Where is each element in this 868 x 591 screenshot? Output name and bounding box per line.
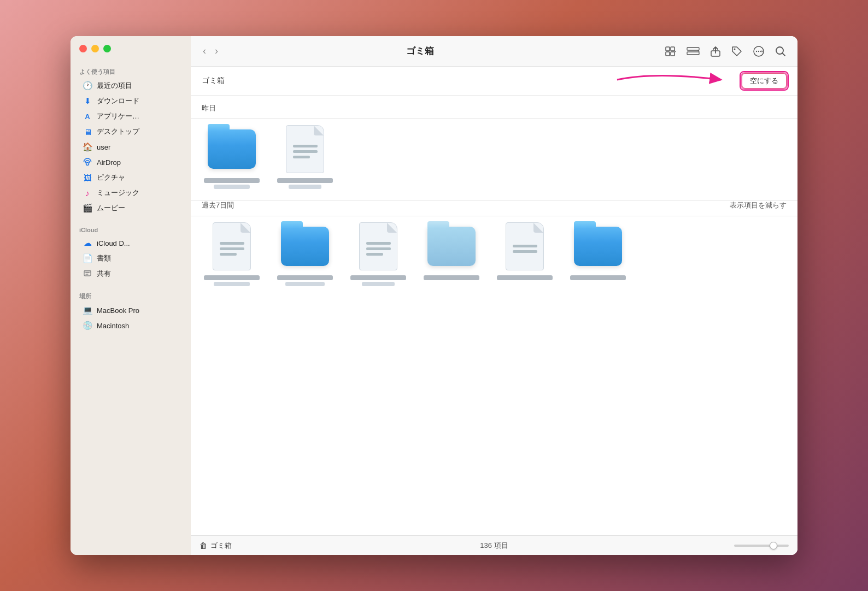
folder-icon <box>574 227 622 266</box>
file-icon-area <box>207 222 256 271</box>
zoom-slider[interactable] <box>734 545 789 547</box>
file-name-bar <box>277 275 333 280</box>
svg-point-12 <box>758 50 759 51</box>
share-button[interactable] <box>708 43 723 60</box>
sidebar-item-applications[interactable]: A アプリケー… <box>74 109 187 124</box>
file-item[interactable] <box>275 222 335 286</box>
svg-rect-7 <box>687 52 699 55</box>
movies-icon: 🎬 <box>83 203 92 213</box>
doc-line <box>366 247 391 250</box>
main-content: ‹ › ゴミ箱 <box>191 36 797 555</box>
file-name-bar-short <box>214 185 250 189</box>
sidebar-item-shared[interactable]: 共有 <box>74 266 187 281</box>
sidebar-section-icloud: iCloud <box>71 222 191 235</box>
file-item[interactable] <box>348 222 408 286</box>
doc-line-short <box>293 156 310 158</box>
file-item[interactable] <box>202 222 262 286</box>
content-header-wrapper: ゴミ箱 空にする <box>191 67 797 96</box>
clock-icon: 🕐 <box>83 81 92 91</box>
sidebar-item-music[interactable]: ♪ ミュージック <box>74 185 187 200</box>
macbook-icon: 💻 <box>83 305 92 315</box>
folder-icon <box>281 227 329 266</box>
sidebar-item-pictures[interactable]: 🖼 ピクチャ <box>74 170 187 185</box>
file-icon-area <box>354 222 403 271</box>
file-name-area <box>202 177 262 189</box>
file-icon-area <box>280 125 330 174</box>
file-name-bar <box>204 178 260 183</box>
status-trash: 🗑 ゴミ箱 <box>200 541 232 551</box>
sidebar-item-macbook[interactable]: 💻 MacBook Pro <box>74 303 187 318</box>
file-name-area <box>348 274 408 286</box>
slider-thumb[interactable] <box>770 542 777 549</box>
sidebar-item-recents[interactable]: 🕐 最近の項目 <box>74 78 187 93</box>
airdrop-icon <box>83 157 92 167</box>
desktop-icon: 🖥 <box>83 127 92 137</box>
file-name-bar <box>204 275 260 280</box>
sidebar-item-documents[interactable]: 📄 書類 <box>74 251 187 266</box>
content-area: ゴミ箱 空にする <box>191 67 797 535</box>
file-grid-yesterday <box>191 119 797 200</box>
arrow-annotation <box>612 69 732 91</box>
section-action-past7[interactable]: 表示項目を減らす <box>730 200 787 210</box>
file-item[interactable] <box>275 125 335 189</box>
svg-rect-1 <box>84 270 91 276</box>
file-item[interactable] <box>202 125 262 189</box>
sidebar-item-movies[interactable]: 🎬 ムービー <box>74 200 187 216</box>
folder-icon-area <box>573 222 623 271</box>
sidebar-item-airdrop[interactable]: AirDrop <box>74 155 187 170</box>
file-item[interactable] <box>421 222 482 286</box>
folder-icon-area <box>207 125 256 174</box>
download-icon: ⬇ <box>83 96 92 106</box>
empty-trash-button[interactable]: 空にする <box>742 73 787 88</box>
svg-rect-4 <box>666 52 670 56</box>
more-button[interactable] <box>750 43 767 60</box>
svg-point-11 <box>756 50 757 51</box>
section-label-yesterday: 昨日 <box>191 96 797 119</box>
file-item[interactable] <box>568 222 628 286</box>
file-name-bar <box>424 275 479 280</box>
search-button[interactable] <box>772 43 789 60</box>
document-icon <box>506 222 544 270</box>
close-button[interactable] <box>79 45 87 52</box>
slider-track <box>734 545 789 547</box>
file-name-bar-short <box>289 185 322 189</box>
doc-line <box>293 150 318 153</box>
sidebar-section-places: 場所 <box>71 288 191 303</box>
file-name-bar-short <box>285 282 325 286</box>
sidebar-item-downloads[interactable]: ⬇ ダウンロード <box>74 93 187 109</box>
sidebar-item-user[interactable]: 🏠 user <box>74 139 187 155</box>
file-name-area <box>568 274 628 281</box>
sidebar: よく使う項目 🕐 最近の項目 ⬇ ダウンロード A アプリケー… 🖥 デスクトッ… <box>71 36 191 555</box>
music-icon: ♪ <box>83 188 92 198</box>
svg-rect-5 <box>671 52 675 56</box>
svg-rect-6 <box>687 48 699 50</box>
folder-icon-area <box>280 222 330 271</box>
file-item[interactable] <box>495 222 555 286</box>
section-header-past7: 過去7日間 表示項目を減らす <box>191 200 797 216</box>
status-bar: 🗑 ゴミ箱 136 項目 <box>191 535 797 555</box>
minimize-button[interactable] <box>91 45 99 52</box>
shared-icon <box>83 269 92 279</box>
doc-lines <box>366 242 391 256</box>
svg-rect-3 <box>671 47 675 51</box>
file-name-bar <box>350 275 406 280</box>
sidebar-item-icloud-drive[interactable]: ☁ iCloud D... <box>74 235 187 251</box>
view-list-button[interactable] <box>684 44 702 59</box>
svg-point-13 <box>760 50 761 51</box>
view-icon-button[interactable] <box>662 43 678 60</box>
doc-lines <box>513 245 537 253</box>
fullscreen-button[interactable] <box>103 45 111 52</box>
applications-icon: A <box>83 111 92 121</box>
file-name-bar <box>277 178 333 183</box>
tag-button[interactable] <box>729 43 745 60</box>
status-count: 136 項目 <box>480 541 508 551</box>
sidebar-item-desktop[interactable]: 🖥 デスクトップ <box>74 124 187 139</box>
doc-line-short <box>366 253 384 256</box>
sidebar-item-macintosh[interactable]: 💿 Macintosh <box>74 318 187 333</box>
folder-icon <box>427 227 476 266</box>
file-name-area <box>421 274 482 281</box>
svg-rect-2 <box>666 47 670 51</box>
doc-line <box>220 242 244 245</box>
doc-lines <box>220 242 244 256</box>
file-name-area <box>495 274 555 281</box>
